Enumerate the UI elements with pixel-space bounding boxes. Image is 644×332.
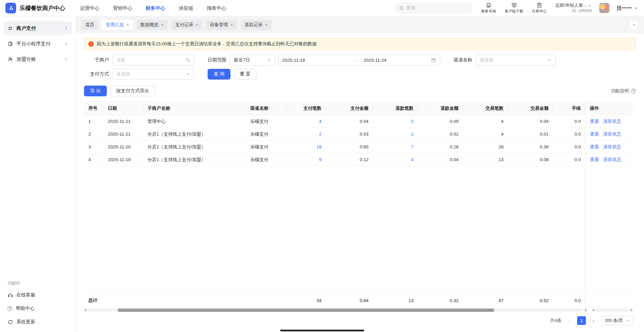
chevron-down-icon (267, 58, 271, 62)
channel-label: 渠道名称 (454, 57, 472, 63)
page-size-value: 200 条/页 (605, 318, 623, 324)
help-label: 功能说明 (611, 88, 629, 94)
sidebar-item-franchise-split[interactable]: 加盟分账 (3, 52, 72, 66)
tab-home[interactable]: 首页 (81, 20, 98, 30)
tab-label: 退款记录 (245, 22, 263, 28)
sidebar-item-merchant-pay[interactable]: 商户支付 (3, 21, 72, 35)
cell-actions: 查看 清算状态 (585, 153, 633, 166)
settle-status-link[interactable]: 清算状态 (603, 118, 621, 125)
tab-refund-records[interactable]: 退款记录 × (241, 20, 272, 30)
client-download-icon (511, 2, 517, 8)
col-header-trade-count: 交易笔数 (463, 102, 508, 115)
org-selector[interactable]: 总部/年轻人第... ID: 100004 (556, 3, 592, 13)
nav-report-center[interactable]: 报表中心 (207, 5, 226, 11)
refund-count-link[interactable]: 0 (411, 119, 414, 124)
tab-transaction-summary[interactable]: 交易汇总 × (102, 20, 133, 30)
settle-status-link[interactable]: 清算状态 (603, 157, 621, 163)
col-header-channel: 渠道名称 (246, 102, 287, 115)
filter-panel: 子商户 全部 日期范围 最近7日 (84, 55, 636, 80)
nav-operations-center[interactable]: 运营中心 (80, 5, 99, 11)
quick-action-task-center[interactable]: 任务中心 (531, 2, 548, 14)
view-link[interactable]: 查看 (590, 144, 599, 150)
notice-text: 因为上游银行或通道清算每天15:00做上一个交易日清结算业务，交易汇总仅支持查询… (97, 41, 317, 47)
quick-action-service-market[interactable]: 服务市场 (480, 2, 498, 14)
tab-device-management[interactable]: 设备管理 × (206, 20, 237, 30)
quick-action-label: 任务中心 (532, 9, 547, 14)
channel-select[interactable]: 请选择 (476, 55, 556, 65)
pay-count-link[interactable]: 19 (316, 144, 321, 149)
view-link[interactable]: 查看 (590, 118, 599, 125)
cell-refund-amount: 0.26 (418, 141, 463, 153)
scroll-right-arrow[interactable] (585, 309, 587, 312)
refund-count-link[interactable]: 7 (411, 144, 414, 149)
tab-payment-records[interactable]: 支付记录 × (171, 20, 202, 30)
fixed-scroll-left-arrow[interactable] (592, 309, 594, 312)
date-preset-select[interactable]: 最近7日 (230, 55, 275, 65)
sidebar-item-system-update[interactable]: 系统更新 (3, 315, 72, 329)
refund-count-link[interactable]: 2 (411, 132, 414, 137)
pay-method-select[interactable]: 请选择 (112, 69, 194, 80)
close-icon[interactable]: × (126, 22, 129, 27)
sidebar: 商户支付 平台小程序支付 加盟分账 (0, 16, 76, 332)
close-icon[interactable]: × (265, 22, 268, 27)
close-icon[interactable]: × (161, 22, 164, 27)
reset-button[interactable]: 重 置 (234, 69, 257, 80)
date-range-picker[interactable]: 2025-11-18 → 2025-11-24 (278, 55, 440, 65)
close-icon[interactable]: × (196, 22, 198, 27)
refund-count-link[interactable]: 4 (411, 157, 414, 162)
sidebar-item-help-center[interactable]: ? 帮助中心 (3, 302, 72, 315)
settle-status-link[interactable]: 清算状态 (603, 131, 621, 137)
tab-data-overview[interactable]: 数据概览 × (136, 20, 168, 30)
pay-count-link[interactable]: 4 (319, 119, 321, 124)
settle-status-link[interactable]: 清算状态 (603, 144, 621, 150)
col-header-index: 序号 (84, 102, 103, 115)
nav-supply-chain[interactable]: 供应链 (179, 5, 194, 11)
page-size-select[interactable]: 200 条/页 (601, 316, 633, 325)
sidebar-item-label: 商户支付 (16, 25, 36, 32)
scroll-left-arrow[interactable] (84, 309, 86, 312)
sidebar-item-label: 平台小程序支付 (16, 41, 51, 47)
prev-page-button[interactable]: ‹ (565, 316, 574, 325)
cell-actions: 查看 清算状态 (585, 115, 633, 128)
summary-pay-amount: 0.84 (326, 294, 373, 307)
fixed-scrollbar-track[interactable] (596, 309, 629, 312)
scrollbar-thumb[interactable] (118, 309, 495, 312)
brand: 乐檬餐饮商户中心 (5, 3, 65, 13)
user-menu[interactable]: 汪一一 (617, 5, 638, 11)
date-range-label: 日期范围 (208, 57, 226, 63)
date-preset-value: 最近7日 (234, 57, 250, 63)
nav-finance-center[interactable]: 财务中心 (146, 5, 165, 11)
summary-refund-amount: 0.32 (418, 294, 463, 307)
view-link[interactable]: 查看 (590, 131, 599, 137)
user-avatar[interactable] (599, 3, 609, 13)
export-button[interactable]: 导 出 (84, 86, 107, 96)
question-circle-icon: ? (631, 89, 636, 94)
cell-pay-count: 2 (287, 128, 326, 141)
col-header-trade-amount: 交易金额 (508, 102, 553, 115)
sidebar-footer-label: 帮助中心 (16, 305, 35, 312)
view-link[interactable]: 查看 (590, 157, 599, 163)
next-page-button[interactable]: › (589, 316, 598, 325)
export-by-method-button[interactable]: 按支付方式导出 (110, 86, 155, 96)
cell-date: 2025-11-19 (103, 153, 143, 166)
cell-refund-count: 2 (373, 128, 418, 141)
global-search-input[interactable]: 搜索 (395, 3, 473, 13)
sidebar-item-online-service[interactable]: 在线客服 (3, 288, 72, 302)
tabs-collapse-button[interactable] (629, 20, 639, 30)
pay-count-link[interactable]: 2 (319, 132, 321, 137)
nav-marketing-center[interactable]: 营销中心 (113, 5, 132, 11)
quick-action-client-download[interactable]: 客户端下载 (505, 2, 523, 14)
sidebar-item-miniprogram-pay[interactable]: 平台小程序支付 (3, 37, 72, 51)
feature-help-link[interactable]: 功能说明 ? (611, 88, 636, 94)
close-icon[interactable]: × (230, 22, 233, 27)
query-button[interactable]: 查 询 (208, 69, 230, 80)
scrollbar-track[interactable] (88, 309, 584, 312)
fixed-scroll-right-arrow[interactable] (631, 309, 633, 312)
pay-count-link[interactable]: 9 (319, 157, 321, 162)
cell-trade-count: 4 (463, 128, 508, 141)
sub-merchant-input[interactable]: 全部 (112, 55, 194, 65)
cell-pay-amount: 0.12 (326, 153, 373, 166)
page-number-current[interactable]: 1 (577, 316, 586, 325)
cell-index: 4 (84, 153, 103, 166)
cell-actions: 查看 清算状态 (585, 128, 633, 141)
